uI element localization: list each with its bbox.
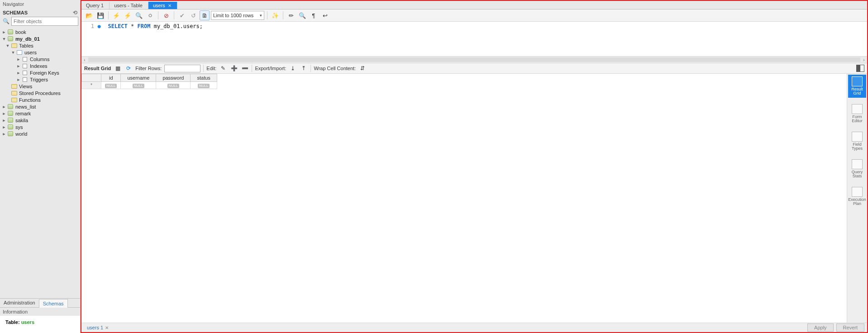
toggle-panel-icon[interactable]: [856, 65, 864, 72]
side-tab-result-grid[interactable]: Result Grid: [848, 75, 866, 98]
cell[interactable]: NULL: [101, 82, 121, 89]
tree-node-indexes[interactable]: ▶Indexes: [0, 62, 80, 69]
tree-node-news_list[interactable]: ▶news_list: [0, 103, 80, 110]
sql-code[interactable]: SELECT * FROM my_db_01.users;: [101, 23, 203, 29]
folder-icon: [11, 97, 17, 103]
export-import-label: Export/Import:: [255, 66, 286, 71]
beautify-icon[interactable]: ✨: [270, 10, 280, 20]
expand-icon[interactable]: ▶: [16, 57, 21, 62]
side-tab-icon: [852, 76, 863, 86]
import-icon[interactable]: ⤒: [300, 64, 308, 72]
grid-view-icon[interactable]: ▦: [114, 64, 122, 72]
expand-icon[interactable]: ▶: [16, 64, 21, 68]
table-icon: [16, 50, 23, 55]
row-limit-combo[interactable]: Limit to 1000 rows: [211, 11, 264, 20]
expand-icon[interactable]: ▼: [5, 43, 10, 48]
filter-objects-input[interactable]: [11, 17, 78, 26]
tree-node-my_db_01[interactable]: ▼my_db_01: [0, 35, 80, 42]
tree-node-views[interactable]: Views: [0, 83, 80, 90]
folder-icon: [11, 43, 17, 48]
scroll-left-icon[interactable]: ‹: [81, 57, 88, 62]
stop-icon[interactable]: ⭘: [145, 10, 155, 20]
open-file-icon[interactable]: 📂: [84, 10, 94, 20]
add-row-icon[interactable]: ➕: [230, 64, 238, 72]
expand-icon[interactable]: ▼: [11, 50, 15, 55]
delete-row-icon[interactable]: ➖: [241, 64, 249, 72]
scroll-right-icon[interactable]: ›: [861, 57, 867, 62]
tab-administration[interactable]: Administration: [0, 299, 39, 307]
expand-icon[interactable]: ▶: [2, 132, 6, 136]
editor-horizontal-scrollbar[interactable]: ‹ ›: [81, 56, 867, 63]
close-tab-icon[interactable]: ✕: [168, 3, 172, 8]
db-icon: [7, 29, 14, 35]
column-header-username[interactable]: username: [121, 74, 156, 82]
tree-node-remark[interactable]: ▶remark: [0, 110, 80, 117]
tree-label: Triggers: [29, 77, 48, 82]
refresh-results-icon[interactable]: ⟳: [124, 64, 133, 72]
expand-icon[interactable]: ▶: [16, 71, 21, 75]
wrap-cell-icon[interactable]: ⇵: [358, 64, 367, 72]
invisible-chars-icon[interactable]: ¶: [309, 10, 319, 20]
export-icon[interactable]: ⤓: [289, 64, 297, 72]
db-icon: [7, 36, 14, 42]
tree-node-users[interactable]: ▼users: [0, 49, 80, 56]
tree-node-stored-procedures[interactable]: Stored Procedures: [0, 90, 80, 96]
sql-editor[interactable]: 1 ● SELECT * FROM my_db_01.users;: [81, 22, 867, 56]
tree-node-sys[interactable]: ▶sys: [0, 124, 80, 130]
column-header-password[interactable]: password: [156, 74, 191, 82]
cell[interactable]: NULL: [121, 82, 156, 89]
editor-tab-query-1[interactable]: Query 1: [81, 2, 110, 9]
wrap-icon[interactable]: ↩: [320, 10, 330, 20]
db-icon: [7, 131, 14, 137]
tree-node-book[interactable]: ▶book: [0, 29, 80, 35]
side-tab-field-types[interactable]: Field Types: [848, 130, 866, 153]
navigator-sidebar: Navigator SCHEMAS ⟲ 🔍 ▶book▼my_db_01▼Tab…: [0, 0, 81, 333]
tree-node-sakila[interactable]: ▶sakila: [0, 117, 80, 124]
expand-icon[interactable]: ▶: [16, 77, 21, 82]
result-tab-users1[interactable]: users 1 ✕: [84, 324, 111, 331]
autocommit-toggle[interactable]: 🗎: [200, 10, 210, 20]
tab-schemas[interactable]: Schemas: [39, 299, 68, 308]
result-grid[interactable]: idusernamepasswordstatus*NULLNULLNULLNUL…: [81, 74, 847, 323]
expand-icon[interactable]: ▶: [2, 105, 6, 109]
editor-tab-users---table[interactable]: users - Table: [110, 2, 148, 9]
column-header-status[interactable]: status: [191, 74, 217, 82]
close-result-tab-icon[interactable]: ✕: [105, 325, 109, 330]
cell[interactable]: NULL: [191, 82, 217, 89]
tree-node-world[interactable]: ▶world: [0, 130, 80, 137]
editor-tab-users[interactable]: users✕: [148, 2, 177, 9]
side-tab-execution-plan[interactable]: Execution Plan: [848, 185, 866, 208]
tree-node-columns[interactable]: ▶Columns: [0, 56, 80, 62]
tree-node-triggers[interactable]: ▶Triggers: [0, 76, 80, 83]
edit-row-icon[interactable]: ✎: [219, 64, 227, 72]
tree-node-functions[interactable]: Functions: [0, 96, 80, 103]
side-tab-form-editor[interactable]: Form Editor: [848, 102, 866, 125]
expand-icon[interactable]: ▼: [2, 37, 6, 41]
revert-button[interactable]: Revert: [836, 323, 864, 332]
cell[interactable]: NULL: [156, 82, 191, 89]
side-tab-query-stats[interactable]: Query Stats: [848, 157, 866, 181]
search-icon: 🔍: [3, 18, 10, 24]
table-row[interactable]: *NULLNULLNULLNULL: [82, 82, 217, 89]
expand-icon[interactable]: ▶: [2, 111, 6, 116]
editor-tabstrip: Query 1users - Tableusers✕: [81, 1, 867, 10]
find-icon[interactable]: 🔍: [297, 10, 307, 20]
execute-icon[interactable]: ⚡: [111, 10, 121, 20]
expand-icon[interactable]: ▶: [2, 118, 6, 123]
commit-icon[interactable]: ✔: [177, 10, 187, 20]
expand-icon[interactable]: ▶: [2, 30, 6, 34]
execute-current-icon[interactable]: ⚡: [123, 10, 133, 20]
column-header-id[interactable]: id: [101, 74, 121, 82]
brush-icon[interactable]: ✏: [286, 10, 296, 20]
expand-icon[interactable]: ▶: [2, 125, 6, 129]
explain-icon[interactable]: 🔍: [134, 10, 144, 20]
filter-rows-input[interactable]: [164, 65, 200, 72]
save-file-icon[interactable]: 💾: [95, 10, 105, 20]
apply-button[interactable]: Apply: [807, 323, 834, 332]
cancel-icon[interactable]: ⊘: [161, 10, 171, 20]
rollback-icon[interactable]: ↺: [188, 10, 198, 20]
schema-tree[interactable]: ▶book▼my_db_01▼Tables▼users▶Columns▶Inde…: [0, 28, 80, 298]
tree-node-foreign-keys[interactable]: ▶Foreign Keys: [0, 69, 80, 76]
refresh-schemas-icon[interactable]: ⟲: [73, 10, 77, 16]
tree-node-tables[interactable]: ▼Tables: [0, 42, 80, 49]
